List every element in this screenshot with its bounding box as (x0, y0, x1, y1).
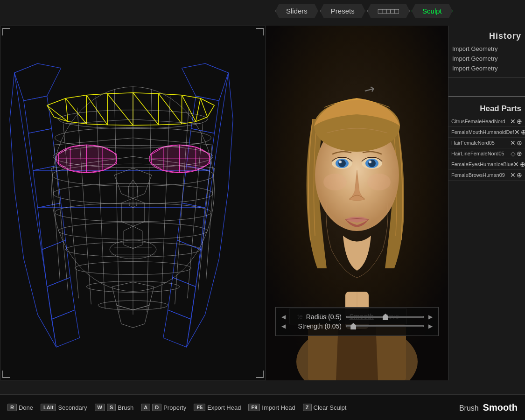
top-nav-bar: Sliders Presets □□□□□ Sculpt (275, 0, 453, 22)
head-part-citrus-icon2[interactable]: ⊕ (517, 118, 522, 125)
corner-handle-tl[interactable] (2, 28, 10, 35)
head-part-mouth[interactable]: FemaleMouthHumanoidDef ✕ ⊕ (448, 127, 525, 138)
head-part-mouth-icon2[interactable]: ⊕ (521, 128, 525, 136)
head-part-hair-name: HairFemaleNord05 (451, 140, 510, 146)
key-f9: F9 (248, 404, 260, 411)
keybind-r-done: R Done (7, 404, 33, 411)
corner-handle-tr[interactable] (256, 28, 264, 35)
history-item-3[interactable]: Import Geometry (448, 63, 525, 73)
tab-sculpt[interactable]: Sculpt (412, 4, 453, 18)
radius-track[interactable] (346, 316, 424, 318)
head-part-mouth-icon1[interactable]: ✕ (514, 128, 520, 136)
key-f5: F5 (194, 404, 205, 411)
key-r: R (7, 404, 17, 411)
keybind-ad-property: A D Property (141, 404, 186, 411)
label-import-head: Import Head (262, 404, 295, 411)
label-done: Done (19, 404, 33, 411)
head-part-eyes-icons: ✕ ⊕ (513, 161, 525, 168)
svg-point-111 (368, 160, 376, 167)
key-a: A (141, 404, 150, 411)
wireframe-viewport[interactable] (0, 26, 266, 380)
sculpt-sliders: ◀ Radius (0.5) ▶ ◀ Strength (0.05) ▶ (275, 307, 439, 336)
right-divider (448, 96, 525, 97)
radius-thumb[interactable] (383, 314, 388, 320)
strength-label: Strength (0.05) (290, 322, 342, 330)
strength-track[interactable] (346, 325, 424, 327)
head-part-citrus-name: CitrusFemaleHeadNord (451, 119, 510, 124)
svg-point-108 (339, 161, 342, 163)
head-part-mouth-icons: ✕ ⊕ (514, 128, 525, 136)
head-part-hairline-name: HairLineFemaleNord05 (451, 151, 511, 156)
radius-right-arrow[interactable]: ▶ (428, 314, 433, 320)
face-render: ↗ te | Deflate Smooth Move ◀ Radius (0.5… (266, 26, 448, 380)
radius-slider-row: ◀ Radius (0.5) ▶ (281, 313, 433, 321)
wireframe-container (0, 26, 266, 380)
head-parts-header: Head Parts (448, 102, 525, 116)
head-part-citrus-icons: ✕ ⊕ (510, 118, 522, 125)
keybind-z-clear: Z Clear Sculpt (303, 404, 347, 411)
head-part-hair-icon1[interactable]: ✕ (510, 139, 516, 147)
tab-extra[interactable]: □□□□□ (367, 4, 410, 18)
head-part-brows[interactable]: FemaleBrowsHuman09 ✕ ⊕ (448, 170, 525, 181)
key-w: W (95, 404, 105, 411)
brush-status-label: Brush (459, 404, 479, 412)
head-part-hair[interactable]: HairFemaleNord05 ✕ ⊕ (448, 138, 525, 148)
key-d: D (152, 404, 161, 411)
history-section: History Import Geometry Import Geometry … (448, 26, 525, 77)
svg-point-113 (323, 174, 347, 190)
head-part-brows-icon1[interactable]: ✕ (510, 171, 516, 179)
brush-status: Brush Smooth (459, 402, 518, 413)
corner-handle-br[interactable] (256, 371, 264, 378)
brush-status-name: Smooth (483, 402, 518, 413)
face-render-panel[interactable]: ↗ te | Deflate Smooth Move ◀ Radius (0.5… (266, 26, 448, 380)
strength-left-arrow[interactable]: ◀ (281, 323, 286, 329)
head-part-citrus[interactable]: CitrusFemaleHeadNord ✕ ⊕ (448, 116, 525, 127)
head-part-brows-name: FemaleBrowsHuman09 (451, 172, 510, 178)
head-part-hair-icon2[interactable]: ⊕ (517, 139, 522, 147)
head-part-eyes-icon2[interactable]: ⊕ (520, 161, 525, 168)
keybind-f5-export: F5 Export Head (194, 404, 241, 411)
svg-point-114 (367, 174, 391, 190)
radius-left-arrow[interactable]: ◀ (281, 314, 286, 320)
head-part-eyes-name: FemaleEyesHumanIceBlue (451, 161, 513, 167)
key-lalt: LAlt (41, 404, 56, 411)
bottom-bar: R Done LAlt Secondary W S Brush A D Prop… (0, 394, 525, 420)
corner-handle-bl[interactable] (2, 371, 10, 378)
head-part-hairline[interactable]: HairLineFemaleNord05 ◇ ⊕ (448, 148, 525, 159)
tab-sliders[interactable]: Sliders (275, 4, 318, 18)
keybind-lalt-secondary: LAlt Secondary (41, 404, 87, 411)
right-spacer (448, 77, 525, 91)
head-part-citrus-icon1[interactable]: ✕ (510, 118, 516, 125)
head-part-hairline-icons: ◇ ⊕ (511, 150, 522, 157)
strength-thumb[interactable] (350, 323, 356, 329)
head-part-eyes[interactable]: FemaleEyesHumanIceBlue ✕ ⊕ (448, 159, 525, 170)
svg-point-107 (338, 160, 346, 167)
head-part-brows-icons: ✕ ⊕ (510, 171, 522, 179)
radius-label: Radius (0.5) (290, 313, 342, 321)
head-part-hair-icons: ✕ ⊕ (510, 139, 522, 147)
key-z: Z (303, 404, 312, 411)
svg-point-112 (369, 161, 371, 163)
head-part-brows-icon2[interactable]: ⊕ (517, 171, 522, 179)
keybind-ws-brush: W S Brush (95, 404, 134, 411)
strength-right-arrow[interactable]: ▶ (428, 323, 433, 329)
head-part-hairline-icon1[interactable]: ◇ (511, 150, 516, 157)
label-brush: Brush (118, 404, 133, 411)
right-panel: History Import Geometry Import Geometry … (448, 26, 525, 380)
key-s: S (107, 404, 116, 411)
head-parts-section: Head Parts CitrusFemaleHeadNord ✕ ⊕ Fema… (448, 102, 525, 181)
head-part-mouth-name: FemaleMouthHumanoidDef (451, 129, 514, 135)
strength-slider-row: ◀ Strength (0.05) ▶ (281, 322, 433, 330)
keybind-f9-import: F9 Import Head (248, 404, 295, 411)
history-item-2[interactable]: Import Geometry (448, 54, 525, 63)
history-item-1[interactable]: Import Geometry (448, 44, 525, 54)
label-property: Property (163, 404, 186, 411)
tab-presets[interactable]: Presets (320, 4, 365, 18)
head-part-eyes-icon1[interactable]: ✕ (513, 161, 519, 168)
head-part-hairline-icon2[interactable]: ⊕ (517, 150, 522, 157)
label-export-head: Export Head (207, 404, 241, 411)
label-clear-sculpt: Clear Sculpt (314, 404, 347, 411)
history-header: History (448, 29, 525, 44)
label-secondary: Secondary (58, 404, 87, 411)
